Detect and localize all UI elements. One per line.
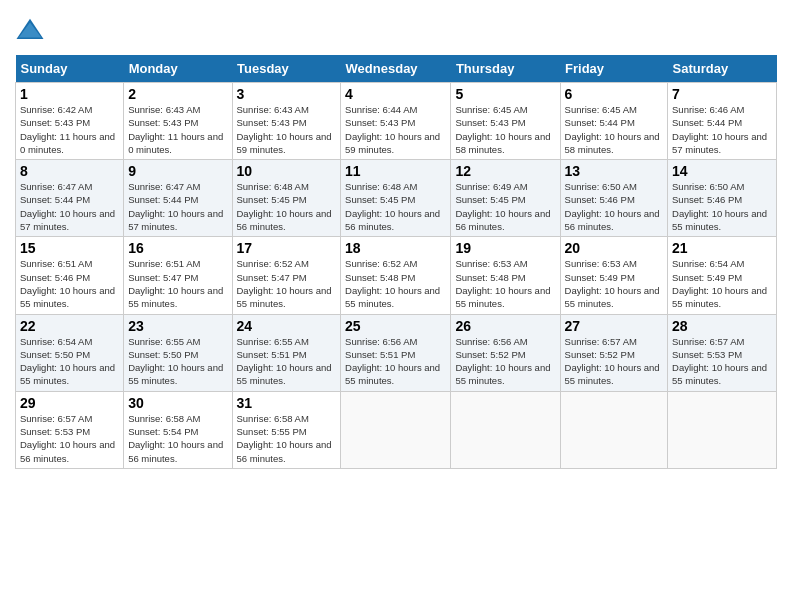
day-info: Sunrise: 6:53 AM Sunset: 5:48 PM Dayligh… [455, 257, 555, 310]
day-number: 5 [455, 86, 555, 102]
day-info: Sunrise: 6:47 AM Sunset: 5:44 PM Dayligh… [128, 180, 227, 233]
day-info: Sunrise: 6:54 AM Sunset: 5:49 PM Dayligh… [672, 257, 772, 310]
day-number: 22 [20, 318, 119, 334]
calendar-day-cell: 28 Sunrise: 6:57 AM Sunset: 5:53 PM Dayl… [668, 314, 777, 391]
logo [15, 15, 49, 45]
day-number: 6 [565, 86, 663, 102]
day-info: Sunrise: 6:56 AM Sunset: 5:52 PM Dayligh… [455, 335, 555, 388]
calendar-day-cell: 23 Sunrise: 6:55 AM Sunset: 5:50 PM Dayl… [124, 314, 232, 391]
day-number: 17 [237, 240, 337, 256]
day-info: Sunrise: 6:44 AM Sunset: 5:43 PM Dayligh… [345, 103, 446, 156]
day-number: 13 [565, 163, 663, 179]
logo-icon [15, 15, 45, 45]
calendar-day-cell: 3 Sunrise: 6:43 AM Sunset: 5:43 PM Dayli… [232, 83, 341, 160]
calendar-week-row: 29 Sunrise: 6:57 AM Sunset: 5:53 PM Dayl… [16, 391, 777, 468]
day-info: Sunrise: 6:46 AM Sunset: 5:44 PM Dayligh… [672, 103, 772, 156]
calendar-day-cell: 20 Sunrise: 6:53 AM Sunset: 5:49 PM Dayl… [560, 237, 667, 314]
day-info: Sunrise: 6:50 AM Sunset: 5:46 PM Dayligh… [565, 180, 663, 233]
day-number: 12 [455, 163, 555, 179]
day-info: Sunrise: 6:58 AM Sunset: 5:55 PM Dayligh… [237, 412, 337, 465]
day-info: Sunrise: 6:50 AM Sunset: 5:46 PM Dayligh… [672, 180, 772, 233]
calendar-day-cell: 12 Sunrise: 6:49 AM Sunset: 5:45 PM Dayl… [451, 160, 560, 237]
day-info: Sunrise: 6:45 AM Sunset: 5:44 PM Dayligh… [565, 103, 663, 156]
calendar-day-cell: 7 Sunrise: 6:46 AM Sunset: 5:44 PM Dayli… [668, 83, 777, 160]
calendar-day-cell: 5 Sunrise: 6:45 AM Sunset: 5:43 PM Dayli… [451, 83, 560, 160]
calendar-day-cell: 17 Sunrise: 6:52 AM Sunset: 5:47 PM Dayl… [232, 237, 341, 314]
calendar-day-cell: 30 Sunrise: 6:58 AM Sunset: 5:54 PM Dayl… [124, 391, 232, 468]
calendar-day-cell: 16 Sunrise: 6:51 AM Sunset: 5:47 PM Dayl… [124, 237, 232, 314]
calendar-week-row: 1 Sunrise: 6:42 AM Sunset: 5:43 PM Dayli… [16, 83, 777, 160]
day-number: 4 [345, 86, 446, 102]
svg-marker-1 [19, 23, 42, 38]
day-info: Sunrise: 6:48 AM Sunset: 5:45 PM Dayligh… [237, 180, 337, 233]
day-number: 8 [20, 163, 119, 179]
day-number: 29 [20, 395, 119, 411]
calendar-header-row: SundayMondayTuesdayWednesdayThursdayFrid… [16, 55, 777, 83]
day-info: Sunrise: 6:53 AM Sunset: 5:49 PM Dayligh… [565, 257, 663, 310]
calendar-day-cell: 26 Sunrise: 6:56 AM Sunset: 5:52 PM Dayl… [451, 314, 560, 391]
day-number: 3 [237, 86, 337, 102]
calendar-day-cell [560, 391, 667, 468]
calendar-day-cell: 21 Sunrise: 6:54 AM Sunset: 5:49 PM Dayl… [668, 237, 777, 314]
page-container: SundayMondayTuesdayWednesdayThursdayFrid… [0, 0, 792, 479]
day-info: Sunrise: 6:43 AM Sunset: 5:43 PM Dayligh… [128, 103, 227, 156]
day-number: 19 [455, 240, 555, 256]
calendar-day-cell [668, 391, 777, 468]
day-info: Sunrise: 6:51 AM Sunset: 5:46 PM Dayligh… [20, 257, 119, 310]
day-number: 18 [345, 240, 446, 256]
day-number: 31 [237, 395, 337, 411]
header [15, 15, 777, 45]
calendar-day-cell: 25 Sunrise: 6:56 AM Sunset: 5:51 PM Dayl… [341, 314, 451, 391]
calendar-day-cell: 13 Sunrise: 6:50 AM Sunset: 5:46 PM Dayl… [560, 160, 667, 237]
day-info: Sunrise: 6:55 AM Sunset: 5:50 PM Dayligh… [128, 335, 227, 388]
calendar-header-cell: Sunday [16, 55, 124, 83]
calendar-day-cell: 11 Sunrise: 6:48 AM Sunset: 5:45 PM Dayl… [341, 160, 451, 237]
day-number: 10 [237, 163, 337, 179]
calendar-week-row: 15 Sunrise: 6:51 AM Sunset: 5:46 PM Dayl… [16, 237, 777, 314]
day-info: Sunrise: 6:48 AM Sunset: 5:45 PM Dayligh… [345, 180, 446, 233]
day-number: 15 [20, 240, 119, 256]
calendar-day-cell: 24 Sunrise: 6:55 AM Sunset: 5:51 PM Dayl… [232, 314, 341, 391]
day-info: Sunrise: 6:57 AM Sunset: 5:53 PM Dayligh… [20, 412, 119, 465]
day-number: 28 [672, 318, 772, 334]
day-number: 1 [20, 86, 119, 102]
day-info: Sunrise: 6:54 AM Sunset: 5:50 PM Dayligh… [20, 335, 119, 388]
day-info: Sunrise: 6:45 AM Sunset: 5:43 PM Dayligh… [455, 103, 555, 156]
day-info: Sunrise: 6:55 AM Sunset: 5:51 PM Dayligh… [237, 335, 337, 388]
calendar-header-cell: Thursday [451, 55, 560, 83]
day-info: Sunrise: 6:51 AM Sunset: 5:47 PM Dayligh… [128, 257, 227, 310]
calendar-header-cell: Friday [560, 55, 667, 83]
day-number: 16 [128, 240, 227, 256]
day-info: Sunrise: 6:58 AM Sunset: 5:54 PM Dayligh… [128, 412, 227, 465]
day-info: Sunrise: 6:47 AM Sunset: 5:44 PM Dayligh… [20, 180, 119, 233]
calendar-day-cell: 22 Sunrise: 6:54 AM Sunset: 5:50 PM Dayl… [16, 314, 124, 391]
day-number: 11 [345, 163, 446, 179]
day-number: 7 [672, 86, 772, 102]
calendar-header-cell: Saturday [668, 55, 777, 83]
calendar-day-cell: 27 Sunrise: 6:57 AM Sunset: 5:52 PM Dayl… [560, 314, 667, 391]
calendar-day-cell: 6 Sunrise: 6:45 AM Sunset: 5:44 PM Dayli… [560, 83, 667, 160]
calendar-day-cell: 18 Sunrise: 6:52 AM Sunset: 5:48 PM Dayl… [341, 237, 451, 314]
day-info: Sunrise: 6:42 AM Sunset: 5:43 PM Dayligh… [20, 103, 119, 156]
calendar-day-cell: 14 Sunrise: 6:50 AM Sunset: 5:46 PM Dayl… [668, 160, 777, 237]
day-info: Sunrise: 6:57 AM Sunset: 5:53 PM Dayligh… [672, 335, 772, 388]
day-info: Sunrise: 6:43 AM Sunset: 5:43 PM Dayligh… [237, 103, 337, 156]
calendar-header-cell: Tuesday [232, 55, 341, 83]
day-number: 26 [455, 318, 555, 334]
calendar-day-cell: 31 Sunrise: 6:58 AM Sunset: 5:55 PM Dayl… [232, 391, 341, 468]
calendar-day-cell: 2 Sunrise: 6:43 AM Sunset: 5:43 PM Dayli… [124, 83, 232, 160]
day-info: Sunrise: 6:57 AM Sunset: 5:52 PM Dayligh… [565, 335, 663, 388]
calendar-day-cell: 29 Sunrise: 6:57 AM Sunset: 5:53 PM Dayl… [16, 391, 124, 468]
calendar-week-row: 22 Sunrise: 6:54 AM Sunset: 5:50 PM Dayl… [16, 314, 777, 391]
calendar-day-cell [451, 391, 560, 468]
calendar-week-row: 8 Sunrise: 6:47 AM Sunset: 5:44 PM Dayli… [16, 160, 777, 237]
day-info: Sunrise: 6:52 AM Sunset: 5:47 PM Dayligh… [237, 257, 337, 310]
calendar-body: 1 Sunrise: 6:42 AM Sunset: 5:43 PM Dayli… [16, 83, 777, 469]
day-info: Sunrise: 6:56 AM Sunset: 5:51 PM Dayligh… [345, 335, 446, 388]
day-number: 14 [672, 163, 772, 179]
calendar-day-cell [341, 391, 451, 468]
day-number: 24 [237, 318, 337, 334]
day-info: Sunrise: 6:52 AM Sunset: 5:48 PM Dayligh… [345, 257, 446, 310]
calendar-header-cell: Monday [124, 55, 232, 83]
calendar-day-cell: 1 Sunrise: 6:42 AM Sunset: 5:43 PM Dayli… [16, 83, 124, 160]
